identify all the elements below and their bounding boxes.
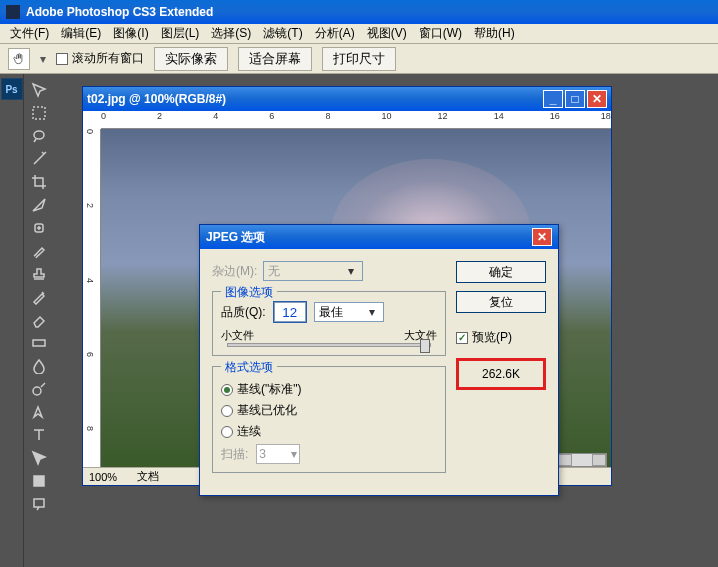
gradient-tool-icon[interactable]	[27, 332, 51, 354]
ruler-tick: 2	[85, 203, 95, 208]
close-button[interactable]: ✕	[587, 90, 607, 108]
menubar: 文件(F) 编辑(E) 图像(I) 图层(L) 选择(S) 滤镜(T) 分析(A…	[0, 24, 718, 44]
scans-value: 3	[259, 447, 266, 461]
stamp-tool-icon[interactable]	[27, 263, 51, 285]
chevron-down-icon: ▾	[291, 447, 297, 461]
maximize-button[interactable]: □	[565, 90, 585, 108]
ruler-tick: 16	[550, 111, 560, 121]
quality-label: 品质(Q):	[221, 304, 266, 321]
ruler-tick: 14	[494, 111, 504, 121]
blur-tool-icon[interactable]	[27, 355, 51, 377]
ruler-tick: 8	[325, 111, 330, 121]
wand-tool-icon[interactable]	[27, 148, 51, 170]
ok-button[interactable]: 确定	[456, 261, 546, 283]
brush-tool-icon[interactable]	[27, 240, 51, 262]
actual-pixels-button[interactable]: 实际像索	[154, 47, 228, 71]
dodge-tool-icon[interactable]	[27, 378, 51, 400]
slider-thumb[interactable]	[420, 339, 430, 353]
checkbox-icon	[56, 53, 68, 65]
svg-rect-5	[34, 476, 44, 486]
lasso-tool-icon[interactable]	[27, 125, 51, 147]
svg-rect-3	[33, 340, 45, 346]
type-tool-icon[interactable]	[27, 424, 51, 446]
path-tool-icon[interactable]	[27, 447, 51, 469]
tools-panel	[24, 74, 54, 567]
format-options-fieldset: 格式选项 基线("标准") 基线已优化 连续	[212, 366, 446, 473]
scroll-right-icon[interactable]	[592, 454, 606, 466]
notes-tool-icon[interactable]	[27, 493, 51, 515]
scroll-left-icon[interactable]	[558, 454, 572, 466]
zoom-level[interactable]: 100%	[89, 471, 117, 483]
menu-edit[interactable]: 编辑(E)	[55, 23, 107, 44]
ruler-tick: 8	[85, 426, 95, 431]
ruler-horizontal: 0 2 4 6 8 10 12 14 16 18	[101, 111, 611, 129]
matte-label: 杂边(M):	[212, 263, 257, 280]
dialog-title: JPEG 选项	[206, 229, 265, 246]
workspace: Ps t02.jpg @ 100%(RGB/8#) _ □ ✕	[0, 74, 718, 567]
radio-icon	[221, 384, 233, 396]
baseline-standard-radio[interactable]: 基线("标准")	[221, 381, 437, 398]
app-title: Adobe Photoshop CS3 Extended	[26, 5, 213, 19]
reset-button[interactable]: 复位	[456, 291, 546, 313]
radio-icon	[221, 405, 233, 417]
format-options-legend: 格式选项	[221, 359, 277, 376]
scans-row: 扫描: 3 ▾	[221, 444, 437, 464]
progressive-radio[interactable]: 连续	[221, 423, 437, 440]
slice-tool-icon[interactable]	[27, 194, 51, 216]
ruler-tick: 4	[85, 278, 95, 283]
menu-analysis[interactable]: 分析(A)	[309, 23, 361, 44]
history-brush-icon[interactable]	[27, 286, 51, 308]
svg-rect-0	[33, 107, 45, 119]
menu-layer[interactable]: 图层(L)	[155, 23, 206, 44]
menu-help[interactable]: 帮助(H)	[468, 23, 521, 44]
dialog-titlebar[interactable]: JPEG 选项 ✕	[200, 225, 558, 249]
menu-filter[interactable]: 滤镜(T)	[257, 23, 308, 44]
ruler-tick: 10	[382, 111, 392, 121]
left-strip: Ps	[0, 74, 24, 567]
baseline-optimized-radio[interactable]: 基线已优化	[221, 402, 437, 419]
image-options-fieldset: 图像选项 品质(Q): 最佳 ▾ 小文件 大文件	[212, 291, 446, 356]
small-file-label: 小文件	[221, 328, 254, 343]
crop-tool-icon[interactable]	[27, 171, 51, 193]
shape-tool-icon[interactable]	[27, 470, 51, 492]
svg-point-4	[33, 387, 41, 395]
quality-preset-combo[interactable]: 最佳 ▾	[314, 302, 384, 322]
image-options-legend: 图像选项	[221, 284, 277, 301]
quality-slider[interactable]	[227, 343, 431, 347]
menu-file[interactable]: 文件(F)	[4, 23, 55, 44]
quality-preset-value: 最佳	[319, 304, 343, 321]
ruler-tick: 0	[101, 111, 106, 121]
marquee-tool-icon[interactable]	[27, 102, 51, 124]
ruler-tick: 6	[85, 352, 95, 357]
file-size-value: 262.6K	[482, 367, 520, 381]
document-titlebar[interactable]: t02.jpg @ 100%(RGB/8#) _ □ ✕	[83, 87, 611, 111]
preview-checkbox[interactable]: 预览(P)	[456, 329, 546, 346]
dropdown-arrow[interactable]: ▾	[40, 52, 46, 66]
ruler-tick: 0	[85, 129, 95, 134]
menu-select[interactable]: 选择(S)	[205, 23, 257, 44]
move-tool-icon[interactable]	[27, 79, 51, 101]
menu-image[interactable]: 图像(I)	[107, 23, 154, 44]
scans-label: 扫描:	[221, 446, 248, 463]
minimize-button[interactable]: _	[543, 90, 563, 108]
heal-tool-icon[interactable]	[27, 217, 51, 239]
file-size-display: 262.6K	[456, 358, 546, 390]
preview-label: 预览(P)	[472, 329, 512, 346]
hand-tool-icon[interactable]	[8, 48, 30, 70]
print-size-button[interactable]: 打印尺寸	[322, 47, 396, 71]
ruler-tick: 6	[269, 111, 274, 121]
menu-window[interactable]: 窗口(W)	[413, 23, 468, 44]
chevron-down-icon: ▾	[365, 305, 379, 319]
status-label: 文档	[137, 469, 159, 484]
fit-screen-button[interactable]: 适合屏幕	[238, 47, 312, 71]
scrollbar-horizontal[interactable]	[557, 453, 607, 467]
scroll-all-label: 滚动所有窗口	[72, 50, 144, 67]
menu-view[interactable]: 视图(V)	[361, 23, 413, 44]
scroll-all-windows-checkbox[interactable]: 滚动所有窗口	[56, 50, 144, 67]
ps-badge-icon: Ps	[1, 78, 23, 100]
dialog-close-button[interactable]: ✕	[532, 228, 552, 246]
baseline-standard-label: 基线("标准")	[237, 381, 302, 398]
pen-tool-icon[interactable]	[27, 401, 51, 423]
quality-input[interactable]	[274, 302, 306, 322]
eraser-tool-icon[interactable]	[27, 309, 51, 331]
